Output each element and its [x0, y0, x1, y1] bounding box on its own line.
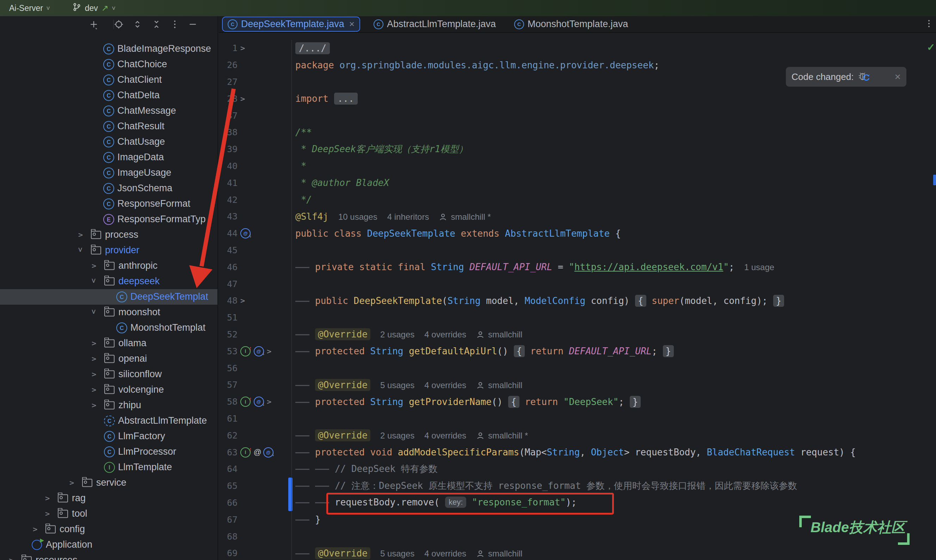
tree-item-application[interactable]: Application: [0, 537, 217, 552]
chevron-right-icon[interactable]: >: [33, 525, 37, 534]
code-line-45[interactable]: 45: [219, 242, 936, 259]
code-line-28[interactable]: 28>import ...: [219, 90, 936, 107]
code-line-46[interactable]: 46private static final String DEFAULT_AP…: [219, 258, 936, 275]
tree-item-zhipu[interactable]: >zhipu: [0, 398, 217, 413]
collapse-all-icon[interactable]: [150, 16, 163, 32]
tree-item-chatmessage[interactable]: CChatMessage: [0, 103, 217, 119]
chevron-right-icon[interactable]: >: [92, 370, 96, 378]
project-switcher[interactable]: Ai-Server >: [9, 3, 50, 13]
tab-moonshottemplate-java[interactable]: CMoonshotTemplate.java: [509, 17, 633, 31]
tree-item-chatusage[interactable]: CChatUsage: [0, 134, 217, 150]
fold-icon[interactable]: >: [267, 347, 271, 356]
code-line-42[interactable]: 42 */: [219, 191, 936, 208]
chevron-right-icon[interactable]: >: [92, 401, 96, 409]
code-line-58[interactable]: 58I↑@↓>protected String getProviderName(…: [219, 394, 936, 410]
implementations-down-icon[interactable]: @↓: [254, 396, 265, 408]
scrollbar-marker[interactable]: [933, 175, 936, 185]
code-line-64[interactable]: 64// DeepSeek 特有参数: [219, 461, 936, 478]
tree-item-volcengine[interactable]: >volcengine: [0, 382, 217, 398]
fold-icon[interactable]: >: [241, 296, 245, 305]
code-line-1[interactable]: 1>/.../: [219, 40, 936, 57]
fold-icon[interactable]: >: [241, 94, 245, 103]
code-line-44[interactable]: 44@↓public class DeepSeekTemplate extend…: [219, 225, 936, 242]
code-line-65[interactable]: 65// 注意：DeepSeek 原生模型不支持 response_format…: [219, 478, 936, 494]
tree-item-resources[interactable]: >resources: [0, 552, 217, 560]
implementations-down-icon[interactable]: @↓: [254, 346, 265, 357]
chevron-down-icon[interactable]: >: [89, 309, 98, 314]
code-line-41[interactable]: 41 * @author BladeX: [219, 174, 936, 191]
code-line-43[interactable]: 43@Slf4j10 usages4 inheritorssmallchill …: [219, 208, 936, 225]
more-options-icon[interactable]: [168, 16, 182, 32]
tree-item-chatresult[interactable]: CChatResult: [0, 119, 217, 134]
tree-item-anthropic[interactable]: >anthropic: [0, 258, 217, 274]
tree-item-imageusage[interactable]: CImageUsage: [0, 165, 217, 181]
tree-item-chatdelta[interactable]: CChatDelta: [0, 88, 217, 103]
chevron-right-icon[interactable]: >: [69, 478, 74, 487]
tree-item-chatclient[interactable]: CChatClient: [0, 72, 217, 88]
vcs-branch-widget[interactable]: dev ↗ >: [72, 2, 116, 14]
code-line-37[interactable]: 37: [219, 107, 936, 124]
tree-item-responseformattyp[interactable]: EResponseFormatTyp: [0, 212, 217, 227]
overrides-up-icon[interactable]: I↑: [241, 397, 252, 407]
tab-options-kebab-icon[interactable]: [924, 18, 934, 30]
locate-icon[interactable]: [112, 16, 126, 32]
code-editor[interactable]: 1>/.../26package org.springblade.modules…: [219, 33, 936, 560]
code-line-69[interactable]: 69@Override5 usages4 overridessmallchill: [219, 545, 936, 560]
chevron-right-icon[interactable]: >: [92, 262, 96, 270]
tree-item-abstractllmtemplate[interactable]: CAbstractLlmTemplate: [0, 413, 217, 429]
expand-all-icon[interactable]: [130, 16, 145, 32]
tree-item-service[interactable]: >service: [0, 475, 217, 491]
tree-item-deepseektemplat[interactable]: CDeepSeekTemplat: [0, 289, 217, 305]
implementations-down-icon[interactable]: @↓: [263, 446, 275, 458]
code-line-39[interactable]: 39 * DeepSeek客户端实现（支持r1模型）: [219, 141, 936, 158]
tab-deepseektemplate-java[interactable]: CDeepSeekTemplate.java×: [222, 17, 360, 32]
tree-item-tool[interactable]: >tool: [0, 506, 217, 522]
chevron-right-icon[interactable]: >: [92, 354, 96, 363]
code-line-57[interactable]: 57@Override5 usages4 overridessmallchill: [219, 377, 936, 394]
overrides-up-icon[interactable]: I↑: [241, 346, 252, 357]
chevron-down-icon[interactable]: >: [76, 247, 85, 252]
chevron-right-icon[interactable]: >: [9, 556, 13, 560]
chevron-down-icon[interactable]: >: [89, 278, 98, 283]
add-icon[interactable]: [87, 16, 101, 32]
debug-restart-icon[interactable]: [858, 70, 870, 83]
tree-item-llmprocessor[interactable]: CLlmProcessor: [0, 444, 217, 460]
tree-item-moonshot[interactable]: >moonshot: [0, 305, 217, 320]
code-line-52[interactable]: 52@Override2 usages4 overridessmallchill: [219, 326, 936, 343]
tree-item-openai[interactable]: >openai: [0, 351, 217, 367]
tree-item-moonshottemplat[interactable]: CMoonshotTemplat: [0, 320, 217, 335]
tree-item-deepseek[interactable]: >deepseek: [0, 274, 217, 289]
tree-item-siliconflow[interactable]: >siliconflow: [0, 367, 217, 382]
tree-item-chatchoice[interactable]: CChatChoice: [0, 57, 217, 72]
code-line-61[interactable]: 61: [219, 410, 936, 427]
tree-item-ollama[interactable]: >ollama: [0, 335, 217, 351]
tree-item-process[interactable]: >process: [0, 227, 217, 243]
code-line-56[interactable]: 56: [219, 360, 936, 377]
annotation-gutter-icon[interactable]: @: [254, 448, 262, 457]
tree-item-responseformat[interactable]: CResponseFormat: [0, 196, 217, 212]
inspections-ok-icon[interactable]: ✓: [927, 42, 935, 53]
chevron-right-icon[interactable]: >: [45, 509, 50, 518]
code-line-63[interactable]: 63I↑@@↓protected void addModelSpecificPa…: [219, 444, 936, 461]
tree-item-jsonschema[interactable]: CJsonSchema: [0, 181, 217, 196]
code-line-38[interactable]: 38/**: [219, 124, 936, 141]
chevron-right-icon[interactable]: >: [92, 385, 96, 394]
close-icon[interactable]: ×: [349, 18, 355, 29]
code-line-53[interactable]: 53I↑@↓>protected String getDefaultApiUrl…: [219, 343, 936, 360]
tree-item-imagedata[interactable]: CImageData: [0, 150, 217, 165]
hide-panel-icon[interactable]: [186, 16, 200, 32]
fold-icon[interactable]: >: [241, 44, 245, 52]
fold-icon[interactable]: >: [267, 397, 271, 406]
tree-item-provider[interactable]: >provider: [0, 243, 217, 258]
code-line-51[interactable]: 51: [219, 309, 936, 326]
tree-item-llmfactory[interactable]: CLlmFactory: [0, 429, 217, 444]
code-line-40[interactable]: 40 *: [219, 158, 936, 175]
chevron-right-icon[interactable]: >: [78, 230, 83, 239]
tree-item-llmtemplate[interactable]: ILlmTemplate: [0, 460, 217, 475]
tree-item-config[interactable]: >config: [0, 522, 217, 537]
implementations-down-icon[interactable]: @↓: [241, 228, 252, 239]
chevron-right-icon[interactable]: >: [92, 339, 96, 348]
close-icon[interactable]: ×: [894, 71, 901, 83]
code-line-62[interactable]: 62@Override2 usages4 overridessmallchill…: [219, 427, 936, 444]
code-line-47[interactable]: 47: [219, 275, 936, 292]
